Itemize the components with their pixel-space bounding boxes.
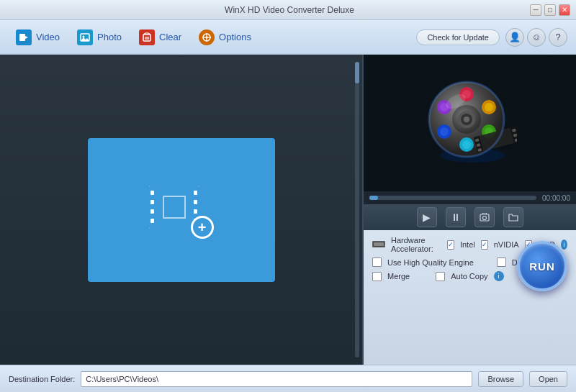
pause-button[interactable]: ⏸ [446, 207, 466, 227]
svg-rect-0 [19, 34, 25, 41]
photo-button[interactable]: Photo [70, 25, 129, 50]
video-button[interactable]: Video [9, 25, 67, 50]
run-button-label: RUN [529, 260, 555, 273]
time-display: 00:00:00 [542, 194, 570, 202]
main-area: + [0, 55, 576, 365]
folder-button[interactable] [503, 207, 523, 227]
options-button[interactable]: Options [192, 25, 258, 50]
high-quality-label: Use High Quality Engine [387, 258, 474, 267]
maximize-button[interactable]: □ [544, 4, 556, 16]
open-button[interactable]: Open [529, 371, 567, 387]
playback-controls: ▶ ⏸ [364, 204, 576, 230]
bottom-bar: Destination Folder: Browse Open [0, 365, 576, 392]
deinterlacing-checkbox[interactable] [497, 257, 506, 267]
close-button[interactable]: ✕ [559, 4, 570, 16]
options-icon [199, 29, 215, 45]
video-label: Video [36, 32, 60, 42]
progress-fill [369, 196, 378, 200]
clear-icon [139, 29, 155, 45]
minimize-button[interactable]: ─ [530, 4, 541, 16]
video-icon [16, 29, 32, 45]
intel-checkbox[interactable] [447, 240, 454, 250]
intel-label: Intel [460, 240, 475, 249]
scrollbar-thumb [355, 62, 359, 83]
hw-icon [372, 240, 385, 250]
photo-label: Photo [97, 32, 122, 42]
toolbar: Video Photo Clear [0, 20, 576, 55]
check-update-button[interactable]: Check for Update [416, 29, 500, 45]
hw-accelerator-label: Hardware Accelerator: [391, 236, 441, 253]
nvidia-label: nVIDIA [494, 240, 519, 249]
window-controls: ─ □ ✕ [530, 4, 570, 16]
options-label: Options [219, 32, 251, 42]
svg-point-46 [482, 216, 486, 220]
add-video-icon: + [149, 181, 214, 239]
progress-bar-container: 00:00:00 [364, 191, 576, 204]
app-title: WinX HD Video Converter Deluxe [49, 5, 530, 15]
svg-point-29 [485, 103, 493, 111]
auto-copy-info-icon[interactable]: i [494, 271, 504, 281]
options-panel: Hardware Accelerator: Intel nVIDIA AMD i… [364, 230, 576, 365]
play-button[interactable]: ▶ [417, 207, 437, 227]
svg-rect-49 [374, 242, 384, 246]
svg-point-25 [462, 140, 471, 149]
svg-point-33 [464, 117, 469, 122]
clear-label: Clear [159, 32, 181, 42]
merge-row: Merge Auto Copy i RUN [372, 271, 567, 281]
user-icons: 👤 ☺ ? [505, 28, 567, 47]
title-bar: WinX HD Video Converter Deluxe ─ □ ✕ [0, 0, 576, 20]
browse-button[interactable]: Browse [478, 371, 523, 387]
photo-icon [77, 29, 93, 45]
left-panel: + [0, 55, 364, 365]
nvidia-checkbox[interactable] [481, 240, 488, 250]
svg-point-23 [440, 127, 449, 136]
svg-marker-1 [25, 36, 28, 39]
merge-label: Merge [387, 272, 410, 281]
film-reel-icon [423, 76, 517, 170]
svg-point-15 [206, 36, 208, 38]
toolbar-right: Check for Update 👤 ☺ ? [416, 28, 567, 47]
help-button[interactable]: ? [549, 28, 567, 47]
preview-area [364, 55, 576, 191]
right-panel: 00:00:00 ▶ ⏸ [364, 55, 576, 365]
svg-marker-4 [81, 37, 89, 41]
high-quality-checkbox[interactable] [372, 257, 382, 267]
destination-input[interactable] [81, 371, 472, 387]
auto-copy-label: Auto Copy [451, 272, 487, 281]
clear-button[interactable]: Clear [132, 25, 189, 50]
left-panel-scrollbar[interactable] [355, 62, 359, 357]
progress-track[interactable] [369, 196, 536, 200]
merge-checkbox[interactable] [372, 272, 382, 281]
snapshot-button[interactable] [474, 207, 495, 227]
auto-copy-checkbox[interactable] [436, 272, 445, 281]
run-button-area: RUN [517, 238, 573, 297]
add-video-area[interactable]: + [88, 138, 275, 282]
run-button[interactable]: RUN [517, 241, 567, 291]
smiley-button[interactable]: ☺ [527, 28, 546, 47]
destination-label: Destination Folder: [9, 375, 75, 383]
user-button[interactable]: 👤 [505, 28, 524, 47]
